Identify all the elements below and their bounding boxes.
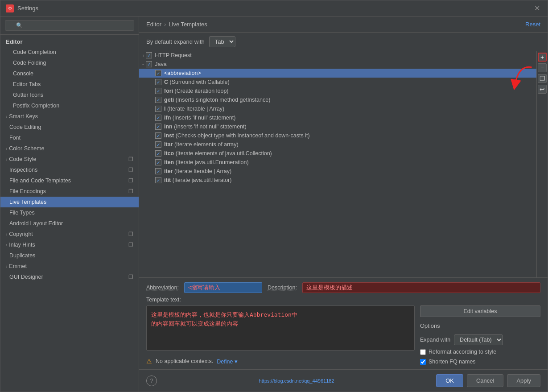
collapse-arrow-icon: › (141, 63, 146, 65)
sidebar-item-code-style[interactable]: ›Code Style ❐ (0, 154, 139, 165)
sidebar-item-console[interactable]: Console (0, 68, 139, 79)
sidebar-item-color-scheme[interactable]: ›Color Scheme (0, 143, 139, 154)
expand-with-select[interactable]: Default (Tab) (454, 334, 503, 345)
sidebar-item-file-encodings[interactable]: File Encodings ❐ (0, 186, 139, 197)
copy-icon: ❐ (128, 274, 133, 280)
tree-item-I[interactable]: I (Iterate Iterable | Array) (139, 104, 536, 113)
arrow-icon: › (6, 232, 7, 237)
shorten-fq-label: Shorten FQ names (429, 359, 476, 365)
close-button[interactable]: ✕ (532, 3, 542, 14)
edit-variables-button[interactable]: Edit variables (420, 305, 540, 317)
ok-button[interactable]: OK (436, 374, 463, 387)
expand-with-label: Expand with (420, 337, 450, 343)
tree-item-itar[interactable]: itar (Iterate elements of array) (139, 140, 536, 149)
sidebar-item-android-layout-editor[interactable]: Android Layout Editor (0, 218, 139, 229)
apply-button[interactable]: Apply (507, 374, 540, 387)
tree-item-itit[interactable]: itit (Iterate java.util.Iterator) (139, 176, 536, 185)
description-input[interactable] (302, 282, 540, 293)
define-link[interactable]: Define ▾ (217, 358, 238, 365)
sidebar-item-live-templates[interactable]: Live Templates (0, 197, 139, 207)
sidebar-item-file-types[interactable]: File Types (0, 207, 139, 218)
arrow-icon: › (6, 146, 7, 151)
search-input[interactable] (5, 20, 134, 31)
copy-icon: ❐ (128, 177, 133, 184)
sidebar-item-code-editing[interactable]: Code Editing (0, 122, 139, 132)
arrow-icon: › (6, 243, 7, 248)
reset-button[interactable]: Reset (525, 21, 540, 28)
help-button[interactable]: ? (146, 375, 157, 386)
tree-group-java[interactable]: › Java (139, 60, 536, 69)
item-checkbox[interactable] (155, 124, 161, 130)
group-checkbox-java[interactable] (146, 61, 152, 67)
sidebar-item-gutter-icons[interactable]: Gutter Icons (0, 90, 139, 100)
copy-icon: ❐ (128, 188, 133, 194)
template-textarea[interactable]: 这里是模板的内容，也就是你只要输入Abbreviation中 的内容回车就可以变… (146, 305, 415, 351)
sidebar-item-font[interactable]: Font (0, 132, 139, 143)
item-label: iter (Iterate Iterable | Array) (164, 168, 231, 174)
sidebar-item-code-completion[interactable]: Code Completion (0, 47, 139, 58)
tree-item-c[interactable]: C (Surround with Callable) (139, 78, 536, 87)
top-controls: By default expand with Tab (139, 33, 548, 51)
app-icon: ⚙ (6, 4, 14, 12)
tree-item-iten[interactable]: iten (Iterate java.util.Enumeration) (139, 158, 536, 167)
options-panel: Edit variables Options Expand with Defau… (420, 305, 540, 365)
tree-item-ifn[interactable]: ifn (Inserts 'if null' statement) (139, 113, 536, 122)
warning-icon: ⚠ (146, 358, 152, 365)
arrow-icon: › (6, 114, 7, 119)
tree-item-abbreviation[interactable]: <abbreviation> (139, 69, 536, 78)
sidebar-item-file-code-templates[interactable]: File and Code Templates ❐ (0, 175, 139, 186)
tree-item-fori[interactable]: fori (Create iteration loop) (139, 87, 536, 95)
tree-group-http[interactable]: › HTTP Request (139, 51, 536, 60)
expand-select[interactable]: Tab (209, 36, 235, 47)
item-checkbox[interactable] (155, 141, 161, 148)
item-checkbox[interactable] (155, 79, 161, 85)
sidebar-item-smart-keys[interactable]: ›Smart Keys (0, 111, 139, 122)
sidebar-item-inspections[interactable]: Inspections ❐ (0, 165, 139, 175)
item-checkbox[interactable] (155, 159, 161, 165)
item-checkbox[interactable] (155, 177, 161, 183)
item-label: I (Iterate Iterable | Array) (164, 106, 224, 112)
item-label: itar (Iterate elements of array) (164, 141, 239, 148)
abbreviation-input[interactable] (184, 282, 262, 293)
arrow-icon: › (6, 264, 7, 269)
sidebar-item-postfix-completion[interactable]: Postfix Completion (0, 100, 139, 111)
remove-template-button[interactable]: − (538, 63, 547, 72)
item-checkbox[interactable] (155, 150, 161, 157)
sidebar-item-emmet[interactable]: ›Emmet (0, 261, 139, 272)
item-label: C (Surround with Callable) (164, 79, 230, 85)
bottom-panel: Abbreviation: Description: Template text… (139, 277, 548, 369)
item-checkbox[interactable] (155, 70, 161, 76)
item-checkbox[interactable] (155, 97, 161, 103)
sidebar-item-duplicates[interactable]: Duplicates (0, 250, 139, 261)
group-checkbox-http[interactable] (146, 52, 152, 58)
footer-link: https://blog.csdn.net/qq_44961182 (259, 378, 334, 384)
copy-icon: ❐ (128, 167, 133, 173)
copy-template-button[interactable]: ❐ (538, 74, 547, 83)
tree-item-inst[interactable]: inst (Checks object type with instanceof… (139, 131, 536, 140)
item-checkbox[interactable] (155, 88, 161, 94)
item-checkbox[interactable] (155, 115, 161, 121)
group-label-http: HTTP Request (155, 52, 191, 58)
tree-item-inn[interactable]: inn (Inserts 'if not null' statement) (139, 122, 536, 131)
tree-item-geti[interactable]: geti (Inserts singleton method getInstan… (139, 95, 536, 104)
shorten-fq-checkbox[interactable] (420, 359, 426, 365)
cancel-button[interactable]: Cancel (467, 374, 503, 387)
sidebar-item-inlay-hints[interactable]: ›Inlay Hints ❐ (0, 239, 139, 250)
item-checkbox[interactable] (155, 168, 161, 174)
sidebar-item-copyright[interactable]: ›Copyright ❐ (0, 229, 139, 239)
sidebar-item-gui-designer[interactable]: GUI Designer ❐ (0, 272, 139, 282)
sidebar-item-code-folding[interactable]: Code Folding (0, 58, 139, 68)
expand-label: By default expand with (146, 38, 205, 45)
item-label: ifn (Inserts 'if null' statement) (164, 115, 235, 121)
reformat-checkbox[interactable] (420, 349, 426, 355)
no-context-text: No applicable contexts. (156, 358, 213, 364)
tree-item-iter[interactable]: iter (Iterate Iterable | Array) (139, 167, 536, 176)
item-checkbox[interactable] (155, 106, 161, 112)
tree-item-itco[interactable]: itco (Iterate elements of java.util.Coll… (139, 149, 536, 158)
item-checkbox[interactable] (155, 132, 161, 139)
add-template-button[interactable]: + (538, 53, 547, 62)
sidebar-item-editor-tabs[interactable]: Editor Tabs (0, 79, 139, 90)
breadcrumb-parent: Editor (146, 21, 161, 28)
undo-template-button[interactable]: ↩ (538, 85, 547, 94)
template-text-label: Template text: (146, 297, 540, 303)
